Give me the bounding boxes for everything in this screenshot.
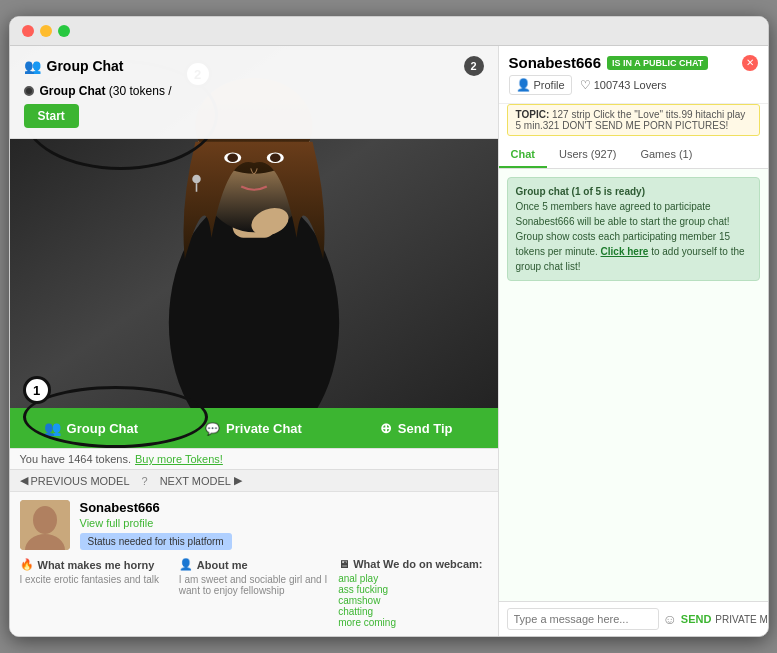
group-chat-btn-label: Group Chat [67, 421, 139, 436]
webcam-item-1[interactable]: anal play [338, 573, 487, 584]
svg-point-5 [192, 175, 201, 184]
about-heading-text: About me [197, 559, 248, 571]
webcam-heading-text: What We do on webcam: [353, 558, 482, 570]
private-chat-button[interactable]: Private Chat [172, 408, 335, 448]
live-badge: IS IN A PUBLIC CHAT [607, 56, 708, 70]
chat-messages: Group chat (1 of 5 is ready) Once 5 memb… [499, 169, 768, 601]
group-chat-overlay-header: Group Chat 2 [24, 56, 484, 76]
horny-text: I excite erotic fantasies and talk [20, 574, 169, 585]
svg-point-10 [269, 154, 280, 163]
group-chat-overlay: Group Chat 2 Group Chat (30 tokens / Sta… [10, 46, 498, 139]
next-model-link[interactable]: NEXT MODEL ▶ [160, 474, 242, 487]
start-button[interactable]: Start [24, 104, 79, 128]
annotation-badge-1: 1 [23, 376, 51, 404]
streamer-name: Sonabest666 [509, 54, 602, 71]
system-message: Group chat (1 of 5 is ready) Once 5 memb… [507, 177, 760, 281]
webcam-heading: What We do on webcam: [338, 558, 487, 570]
profile-name: Sonabest666 [80, 500, 488, 515]
maximize-traffic-light[interactable] [58, 25, 70, 37]
group-chat-option: Group Chat (30 tokens / [24, 84, 484, 98]
horny-heading: What makes me horny [20, 558, 169, 571]
heart-icon [580, 78, 591, 92]
topic-label: TOPIC: [516, 109, 550, 120]
video-area: Group Chat 2 Group Chat (30 tokens / Sta… [10, 46, 498, 408]
send-tip-button[interactable]: Send Tip [335, 408, 498, 448]
chat-input[interactable] [507, 608, 659, 630]
user-icon [516, 78, 531, 92]
close-button[interactable]: ✕ [742, 55, 758, 71]
horny-heading-text: What makes me horny [38, 559, 155, 571]
horny-col: What makes me horny I excite erotic fant… [20, 558, 169, 628]
chat-tabs: Chat Users (927) Games (1) [499, 142, 768, 169]
svg-point-8 [227, 154, 238, 163]
minimize-traffic-light[interactable] [40, 25, 52, 37]
group-chat-panel-title: Group Chat [47, 58, 124, 74]
next-model-label: NEXT MODEL [160, 475, 231, 487]
tab-games[interactable]: Games (1) [628, 142, 704, 168]
system-msg-title: Group chat (1 of 5 is ready) [516, 186, 645, 197]
smile-icon [663, 611, 677, 627]
group-icon [24, 58, 41, 74]
webcam-col: What We do on webcam: anal play ass fuck… [338, 558, 487, 628]
fire-icon [20, 558, 34, 571]
topic-text: 127 strip Click the "Love" tits.99 hitac… [516, 109, 746, 131]
webcam-item-2[interactable]: ass fucking [338, 584, 487, 595]
send-tip-btn-icon [380, 420, 392, 436]
help-icon: ? [142, 475, 148, 487]
topic-bar: TOPIC: 127 strip Click the "Love" tits.9… [507, 104, 760, 136]
private-chat-btn-label: Private Chat [226, 421, 302, 436]
profile-lovers-row: Profile 100743 Lovers [509, 75, 758, 95]
monitor-icon [338, 558, 349, 570]
model-nav: ◀ PREVIOUS MODEL ? NEXT MODEL ▶ [10, 469, 498, 491]
tab-users[interactable]: Users (927) [547, 142, 628, 168]
send-tip-btn-label: Send Tip [398, 421, 453, 436]
lovers-count: 100743 Lovers [580, 78, 667, 92]
webcam-item-4[interactable]: chatting [338, 606, 487, 617]
group-chat-overlay-title: Group Chat [24, 58, 124, 74]
tokens-text: You have 1464 tokens. [20, 453, 132, 465]
profile-label: Profile [534, 79, 565, 91]
webcam-item-3[interactable]: camshow [338, 595, 487, 606]
profile-info: Sonabest666 View full profile Status nee… [80, 500, 488, 550]
about-col: About me I am sweet and sociable girl an… [179, 558, 328, 628]
about-icon [179, 558, 193, 571]
buy-tokens-link[interactable]: Buy more Tokens! [135, 453, 223, 465]
lovers-count-text: 100743 Lovers [594, 79, 667, 91]
emoji-button[interactable] [663, 611, 677, 627]
profile-avatar [20, 500, 70, 550]
profile-section: Sonabest666 View full profile Status nee… [10, 491, 498, 558]
left-panel: Group Chat 2 Group Chat (30 tokens / Sta… [10, 46, 498, 636]
svg-point-13 [33, 506, 57, 534]
action-bar: Group Chat Private Chat Send Tip [10, 408, 498, 448]
right-panel: Sonabest666 IS IN A PUBLIC CHAT ✕ Profil… [498, 46, 768, 636]
about-heading: About me [179, 558, 328, 571]
view-profile-link[interactable]: View full profile [80, 517, 488, 529]
page-wrapper: Group Chat 2 Group Chat (30 tokens / Sta… [9, 16, 769, 637]
click-here-link[interactable]: Click here [601, 246, 649, 257]
group-chat-btn-icon [44, 420, 61, 436]
avatar-image [20, 500, 70, 550]
browser-titlebar [10, 17, 768, 46]
status-button[interactable]: Status needed for this platform [80, 533, 232, 550]
group-chat-option-label: Group Chat (30 tokens / [40, 84, 172, 98]
profile-button[interactable]: Profile [509, 75, 572, 95]
private-message-button[interactable]: PRIVATE MESSAGE [715, 614, 768, 625]
close-traffic-light[interactable] [22, 25, 34, 37]
tab-chat[interactable]: Chat [499, 142, 547, 168]
prev-arrow-icon: ◀ [20, 474, 28, 487]
profile-details: What makes me horny I excite erotic fant… [10, 558, 498, 636]
radio-dot-selected[interactable] [24, 86, 34, 96]
tokens-bar: You have 1464 tokens. Buy more Tokens! [10, 448, 498, 469]
main-content: Group Chat 2 Group Chat (30 tokens / Sta… [10, 46, 768, 636]
webcam-more[interactable]: more coming [338, 617, 487, 628]
previous-model-label: PREVIOUS MODEL [31, 475, 130, 487]
previous-model-link[interactable]: ◀ PREVIOUS MODEL [20, 474, 130, 487]
group-chat-badge: 2 [464, 56, 484, 76]
send-button[interactable]: SEND [681, 613, 712, 625]
streamer-name-row: Sonabest666 IS IN A PUBLIC CHAT ✕ [509, 54, 758, 71]
chat-input-area: SEND PRIVATE MESSAGE [499, 601, 768, 636]
about-text: I am sweet and sociable girl and I want … [179, 574, 328, 596]
next-arrow-icon: ▶ [234, 474, 242, 487]
browser-window: Group Chat 2 Group Chat (30 tokens / Sta… [9, 16, 769, 637]
group-chat-button[interactable]: Group Chat [10, 408, 173, 448]
